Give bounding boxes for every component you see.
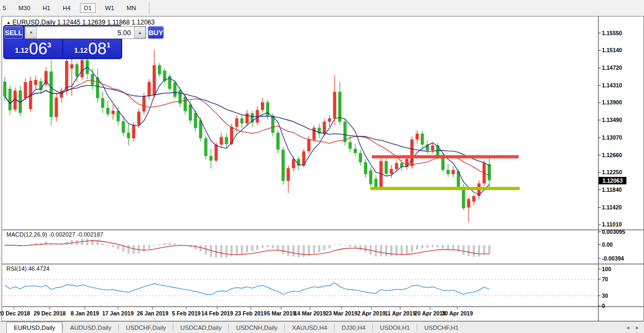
timeframe-button-mn[interactable]: MN: [124, 3, 139, 13]
price-axis-label: 1.11840: [602, 186, 622, 193]
date-axis-label: 30 Apr 2019: [442, 310, 473, 316]
volume-input[interactable]: [37, 27, 134, 38]
tab-dj30-h4[interactable]: DJ30,H4: [335, 322, 372, 333]
date-axis-label: 23 Feb 2019: [235, 310, 267, 316]
macd-axis-label: 0.003095: [602, 229, 625, 235]
date-axis-label: 5 Mar 2019: [267, 310, 296, 316]
buy-price-big: 08: [88, 42, 106, 56]
rsi-legend: RSI(14) 46.4724: [6, 265, 50, 272]
current-price-badge: 1.12063: [599, 177, 626, 184]
timeframe-button-5[interactable]: 5: [0, 3, 9, 13]
tab-usdcad-daily[interactable]: USDCAD,Daily: [173, 322, 228, 333]
tab-eurusd-daily[interactable]: EURUSD,Daily: [6, 322, 62, 333]
price-axis-label: 1.11420: [602, 204, 622, 210]
sell-price[interactable]: 1.12 06 3: [4, 39, 62, 58]
timeframe-button-h1[interactable]: H1: [40, 3, 53, 13]
price-axis-label: 1.12660: [602, 152, 622, 158]
date-axis-label: 5 Feb 2019: [172, 310, 201, 316]
date-axis-label: 8 Jan 2019: [70, 310, 99, 316]
buy-price-sup: 1: [107, 41, 110, 49]
date-axis-label: 2 Apr 2019: [357, 310, 386, 316]
timeframe-button-h4[interactable]: H4: [60, 3, 73, 13]
chart-canvas[interactable]: [2, 16, 644, 321]
tab-usdoil-h1[interactable]: USDOil,H1: [373, 322, 417, 333]
date-axis-label: 11 Apr 2019: [385, 310, 416, 316]
sell-price-prefix: 1.12: [15, 46, 28, 54]
date-axis-label: 23 Mar 2019: [325, 310, 357, 316]
macd-axis-label: 0.00: [602, 241, 613, 248]
volume-increase-icon[interactable]: ▲: [134, 27, 146, 38]
date-axis-label: 20 Apr 2019: [415, 310, 446, 316]
collapse-arrow-icon[interactable]: ▲: [6, 20, 11, 25]
price-axis-label: 1.13490: [602, 117, 622, 123]
price-axis-label: 1.14720: [602, 64, 622, 71]
date-axis-label: 14 Feb 2019: [201, 310, 233, 316]
timeframe-button-m30[interactable]: M30: [15, 3, 33, 13]
timeframe-toolbar: 5M30H1H4D1W1MN: [0, 0, 644, 16]
tab-xauusd-h4[interactable]: XAUUSD,H4: [285, 322, 334, 333]
sell-price-sup: 3: [47, 41, 51, 49]
price-axis-label: 1.11010: [602, 221, 622, 228]
rsi-axis-label: 100: [602, 266, 611, 272]
date-axis-label: 14 Mar 2019: [294, 310, 326, 316]
timeframe-button-d1[interactable]: D1: [80, 3, 96, 13]
price-axis-label: 1.12250: [602, 169, 622, 175]
rsi-axis-label: 0: [602, 303, 605, 309]
tab-audusd-daily[interactable]: AUDUSD,Daily: [63, 322, 118, 333]
price-axis-label: 1.13070: [602, 134, 622, 141]
date-axis-label: 29 Dec 2018: [34, 310, 66, 316]
chart-title: ▲ EURUSD,Daily 1.12445 1.12639 1.11868 1…: [6, 19, 155, 26]
volume-spinner: ▼ ▲: [25, 26, 146, 39]
tab-usdcnh-daily[interactable]: USDCNH,Daily: [229, 322, 284, 333]
rsi-axis-label: 30: [602, 293, 608, 299]
macd-legend: MACD(12,26,9) -0.002027 -0.002187: [6, 231, 104, 238]
date-axis-label: 26 Jan 2019: [137, 310, 169, 316]
tab-scroll-left-icon[interactable]: ◄: [625, 325, 630, 330]
rsi-axis-label: 70: [602, 276, 608, 282]
tab-scroll-right-icon[interactable]: ►: [635, 325, 640, 330]
volume-decrease-icon[interactable]: ▼: [25, 27, 37, 38]
macd-axis-label: -0.00394: [602, 255, 624, 262]
tab-usdchf-daily[interactable]: USDCHF,Daily: [119, 322, 173, 333]
chart-window: ▲ EURUSD,Daily 1.12445 1.12639 1.11868 1…: [2, 16, 644, 321]
buy-price-prefix: 1.12: [74, 46, 88, 54]
buy-button[interactable]: BUY: [148, 26, 163, 39]
price-axis-label: 1.13900: [602, 99, 622, 105]
chart-symbol-label: EURUSD,Daily: [12, 19, 55, 26]
tab-usdchf-h1[interactable]: USDCHF,H1: [417, 322, 466, 333]
chart-tab-bar: EURUSD,DailyAUDUSD,DailyUSDCHF,DailyUSDC…: [0, 321, 644, 333]
sell-button[interactable]: SELL: [4, 26, 23, 39]
timeframe-button-w1[interactable]: W1: [102, 3, 117, 13]
price-axis-label: 1.15140: [602, 47, 622, 53]
price-axis-label: 1.15550: [602, 30, 622, 36]
chart-ohlc-values: 1.12445 1.12639 1.11868 1.12063: [57, 19, 155, 26]
sell-price-big: 06: [29, 42, 47, 56]
date-axis-label: 20 Dec 2018: [0, 310, 30, 316]
price-axis-label: 1.14310: [602, 82, 622, 88]
buy-price[interactable]: 1.12 08 1: [63, 39, 121, 58]
one-click-trade-panel: SELL ▼ ▲ BUY 1.12 06 3 1.12 08 1: [4, 26, 122, 59]
date-axis-label: 17 Jan 2019: [102, 310, 134, 316]
toolbar-separator: [149, 2, 149, 14]
